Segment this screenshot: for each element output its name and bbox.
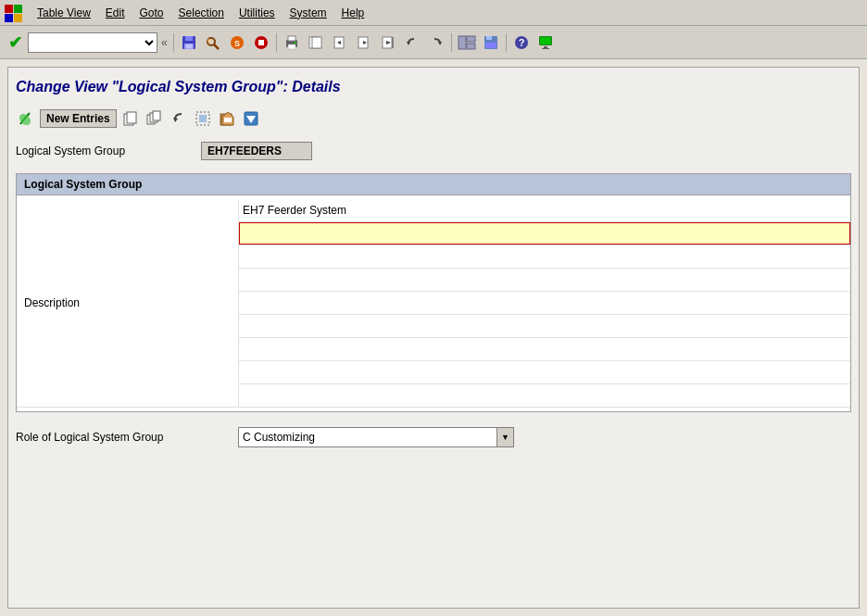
find-button[interactable]	[202, 31, 224, 54]
undo-button[interactable]	[401, 31, 423, 54]
copy-rows-button[interactable]	[120, 108, 141, 129]
svg-rect-44	[127, 112, 136, 123]
svg-rect-39	[544, 46, 547, 48]
svg-text:?: ?	[518, 37, 524, 48]
toolbar: ✔ « S	[0, 26, 867, 59]
page-prev-button[interactable]	[329, 31, 351, 54]
svg-point-10	[207, 39, 211, 43]
desc-input-row-9	[239, 384, 850, 407]
menu-selection[interactable]: Selection	[171, 5, 232, 21]
shortcut-button[interactable]: S	[226, 31, 248, 54]
print-button[interactable]	[281, 31, 303, 54]
app-logo[interactable]	[4, 4, 22, 22]
edit-icon	[16, 108, 36, 129]
svg-text:S: S	[234, 39, 240, 48]
page-last-button[interactable]	[377, 31, 399, 54]
svg-rect-3	[14, 14, 22, 22]
new-entries-label: New Entries	[46, 112, 110, 125]
page-next-button[interactable]	[353, 31, 375, 54]
description-input-2[interactable]	[239, 222, 850, 245]
separator-4	[506, 33, 507, 52]
save-button[interactable]	[178, 31, 200, 54]
svg-rect-18	[295, 42, 296, 44]
svg-rect-16	[288, 36, 295, 41]
svg-marker-28	[407, 42, 410, 45]
svg-rect-35	[485, 43, 496, 48]
svg-rect-47	[153, 111, 160, 120]
desc-input-row-3	[239, 245, 850, 269]
description-input-3[interactable]	[239, 245, 850, 268]
svg-rect-32	[467, 44, 475, 49]
svg-marker-29	[438, 42, 442, 45]
description-row: Description	[17, 199, 850, 408]
menu-system[interactable]: System	[283, 5, 334, 21]
svg-rect-17	[288, 44, 295, 49]
svg-line-9	[214, 44, 219, 49]
section-header: Logical System Group	[17, 174, 850, 195]
help-button[interactable]: ?	[510, 31, 533, 54]
menu-table-view[interactable]: Table View	[30, 5, 98, 21]
svg-marker-48	[173, 118, 178, 122]
import-button[interactable]	[241, 108, 261, 129]
page-title: Change View "Logical System Group": Deta…	[16, 75, 851, 99]
stop-button[interactable]	[250, 31, 272, 54]
svg-rect-20	[312, 37, 321, 48]
svg-rect-14	[258, 40, 264, 45]
undo-action-button[interactable]	[169, 108, 189, 129]
command-field-wrap	[28, 32, 157, 53]
role-field-row: Role of Logical System Group C Customizi…	[16, 427, 851, 447]
menu-utilities[interactable]: Utilities	[232, 5, 283, 21]
svg-rect-41	[540, 37, 551, 44]
description-fields	[239, 199, 850, 407]
svg-rect-50	[199, 115, 207, 122]
new-entries-button[interactable]: New Entries	[40, 109, 117, 128]
description-input-5[interactable]	[239, 292, 850, 314]
svg-rect-5	[185, 36, 193, 41]
layout-button[interactable]	[456, 31, 478, 54]
menu-edit[interactable]: Edit	[98, 5, 132, 21]
description-input-6[interactable]	[239, 315, 850, 337]
select-all-button[interactable]	[193, 108, 213, 129]
svg-rect-26	[392, 37, 394, 48]
svg-rect-40	[542, 48, 549, 49]
menu-goto[interactable]: Goto	[132, 5, 171, 21]
role-select-arrow[interactable]: ▼	[497, 427, 514, 447]
separator-1	[173, 33, 174, 52]
role-label: Role of Logical System Group	[16, 431, 238, 444]
role-select[interactable]: C Customizing A Application B Both	[238, 427, 497, 447]
svg-rect-31	[467, 36, 475, 42]
description-label: Description	[17, 199, 239, 407]
section-panel: Logical System Group Description	[16, 173, 851, 412]
desc-input-row-8	[239, 361, 850, 384]
command-select[interactable]	[28, 32, 157, 53]
description-input-1[interactable]	[239, 199, 850, 221]
desc-input-row-6	[239, 315, 850, 338]
desc-input-row-2	[239, 222, 850, 245]
svg-rect-34	[486, 36, 492, 40]
role-select-wrap: C Customizing A Application B Both ▼	[238, 427, 514, 447]
nav-back-double[interactable]: «	[159, 36, 170, 49]
svg-rect-2	[5, 14, 13, 22]
redo-button[interactable]	[425, 31, 447, 54]
description-input-4[interactable]	[239, 269, 850, 291]
logical-system-group-value: EH7FEEDERS	[201, 142, 312, 160]
svg-rect-1	[14, 5, 22, 13]
main-content: Change View "Logical System Group": Deta…	[0, 59, 867, 616]
desc-input-row-5	[239, 292, 850, 315]
description-input-7[interactable]	[239, 338, 850, 360]
svg-rect-30	[459, 36, 466, 49]
save-local-button[interactable]	[480, 31, 502, 54]
separator-3	[451, 33, 452, 52]
deselect-all-button[interactable]	[217, 108, 237, 129]
svg-rect-53	[224, 118, 232, 122]
section-body: Description	[17, 195, 850, 411]
description-input-9[interactable]	[239, 384, 850, 407]
page-first-button[interactable]	[305, 31, 327, 54]
desc-input-row-1	[239, 199, 850, 222]
description-input-8[interactable]	[239, 361, 850, 383]
menu-help[interactable]: Help	[334, 5, 372, 21]
monitor-button[interactable]	[534, 31, 557, 54]
check-button[interactable]: ✔	[4, 31, 26, 54]
page-toolbar: New Entries	[16, 108, 851, 129]
multi-copy-button[interactable]	[144, 108, 165, 129]
